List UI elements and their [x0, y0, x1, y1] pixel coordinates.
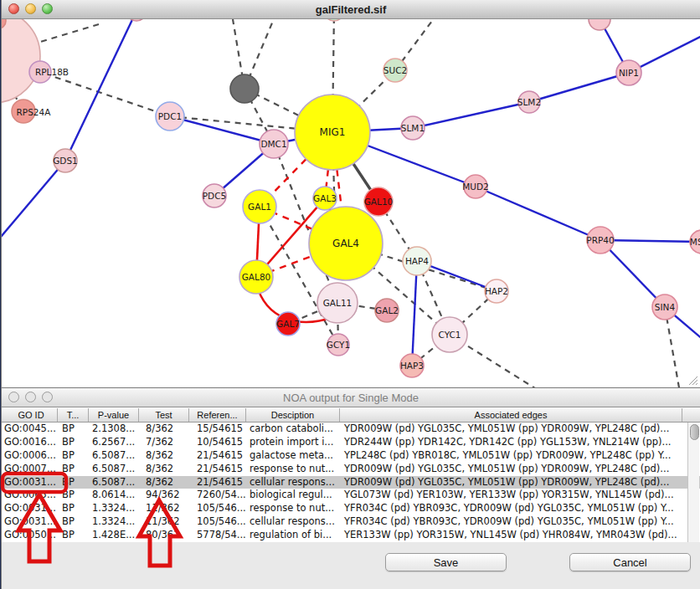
node-label-GAL11: GAL11: [323, 298, 353, 308]
node-label-HAP4: HAP4: [405, 256, 429, 266]
cell: GO:0006...: [2, 449, 58, 463]
node-label-SLM2: SLM2: [517, 97, 541, 107]
cell: 105/546...: [189, 515, 246, 529]
cell: 7/362: [139, 436, 189, 449]
column-header-goid[interactable]: GO ID: [2, 408, 58, 422]
graph-window: galFiltered.sif RPL18BRPS24AGDS1PDC1DMC1…: [2, 0, 700, 387]
node-cut3[interactable]: [589, 19, 610, 30]
cell: 11/362: [139, 515, 189, 529]
cell: BP: [58, 436, 89, 449]
table-row[interactable]: GO:0031...BP1.3324...11/362105/546...res…: [2, 502, 700, 515]
table-row[interactable]: GO:0007...BP6.5087...8/36221/54615respon…: [2, 463, 700, 476]
noa-output-window: NOA output for Single Mode GO IDT...P-va…: [2, 388, 700, 589]
cell: 21/54615: [189, 476, 246, 489]
cell: BP: [58, 463, 89, 476]
node-label-HAP2: HAP2: [485, 286, 508, 296]
cell: 21/54615: [189, 449, 246, 463]
network-canvas-svg: RPL18BRPS24AGDS1PDC1DMC1MIG1SUC2SLM1SLM2…: [2, 19, 700, 387]
cell: carbon cataboli...: [246, 423, 340, 436]
rows-container: GO:0045...BP2.1308...8/36215/54615carbon…: [2, 423, 700, 542]
cell: 94/362: [139, 489, 189, 502]
node-label-GDS1: GDS1: [53, 156, 78, 166]
close-button[interactable]: [8, 392, 19, 402]
table-row[interactable]: GO:0006...BP6.5087...8/36221/54615galact…: [2, 449, 700, 463]
node-label-MIG1: MIG1: [320, 126, 346, 138]
node-cut2[interactable]: [324, 19, 344, 21]
minimize-button[interactable]: [25, 3, 36, 14]
cell: cellular respons...: [246, 476, 340, 489]
cell: response to nut...: [246, 502, 340, 515]
close-button[interactable]: [8, 3, 19, 14]
column-header-pvalue[interactable]: P-value: [89, 408, 139, 422]
node-bignode[interactable]: [2, 19, 40, 103]
cell: BP: [58, 529, 89, 542]
cell: YDR244W (pp) YDR142C, YDR142C (pp) YGL15…: [340, 436, 682, 449]
save-button[interactable]: Save: [385, 553, 507, 571]
node-label-GAL3: GAL3: [313, 193, 337, 203]
cell: biological regul...: [246, 489, 340, 502]
cell: BP: [58, 476, 89, 489]
node-label-RPS24A: RPS24A: [17, 107, 52, 117]
cell: 105/546...: [189, 502, 246, 515]
vertical-scrollbar[interactable]: [687, 423, 699, 542]
column-header-t[interactable]: T...: [58, 408, 89, 422]
column-header-referen[interactable]: Referen...: [189, 408, 246, 422]
cell: 10/54615: [189, 436, 246, 449]
cell: BP: [58, 423, 89, 436]
node-label-PRP40: PRP40: [586, 235, 614, 245]
zoom-button[interactable]: [42, 3, 53, 14]
column-header-desciption[interactable]: Desciption: [246, 408, 340, 422]
cell: 6.5087...: [89, 463, 139, 476]
node-label-PDC5: PDC5: [203, 191, 226, 201]
edge: [2, 161, 65, 242]
node-darknode[interactable]: [230, 74, 259, 103]
cancel-button[interactable]: Cancel: [569, 553, 691, 571]
node-label-GAL10: GAL10: [364, 197, 394, 207]
edge: [65, 19, 136, 161]
table-row[interactable]: GO:0050...BP1.428E...80/3625778/54...reg…: [2, 529, 700, 542]
network-canvas[interactable]: RPL18BRPS24AGDS1PDC1DMC1MIG1SUC2SLM1SLM2…: [2, 19, 700, 387]
node-label-SUC2: SUC2: [383, 65, 407, 75]
node-label-DMC1: DMC1: [260, 139, 286, 149]
node-label-SIN4: SIN4: [655, 302, 676, 312]
node-label-GCY1: GCY1: [327, 340, 350, 350]
table-row[interactable]: GO:0045...BP2.1308...8/36215/54615carbon…: [2, 423, 700, 436]
node-label-RPL18B: RPL18B: [35, 67, 69, 77]
node-label-CYC1: CYC1: [439, 330, 461, 340]
table-row[interactable]: GO:0031...BP6.5087...8/36221/54615cellul…: [2, 476, 700, 489]
table-row[interactable]: GO:0065...BP8.0614...94/3627260/54...bio…: [2, 489, 700, 502]
column-header-test[interactable]: Test: [139, 408, 189, 422]
cell: 8/362: [139, 463, 189, 476]
node-label-GAL1: GAL1: [248, 202, 271, 212]
results-table: GO IDT...P-valueTestReferen...Desciption…: [2, 407, 700, 542]
cell: GO:0007...: [2, 463, 58, 476]
graph-window-titlebar[interactable]: galFiltered.sif: [2, 0, 700, 19]
cell: cellular respons...: [246, 515, 340, 529]
node-label-GAL7: GAL7: [276, 319, 300, 329]
node-cut1[interactable]: [126, 19, 147, 21]
cell: GO:0016...: [2, 436, 58, 449]
cell: 7260/54...: [189, 489, 246, 502]
cell: YFR034C (pd) YBR093C, YDR009W (pd) YGL03…: [340, 502, 682, 515]
minimize-button[interactable]: [25, 392, 36, 402]
scrollbar-thumb[interactable]: [690, 424, 699, 440]
table-row[interactable]: GO:0031...BP1.3324...11/362105/546...cel…: [2, 515, 700, 529]
table-header-row: GO IDT...P-valueTestReferen...Desciption…: [2, 407, 700, 423]
cell: 8/362: [139, 476, 189, 489]
cell: 2.1308...: [89, 423, 139, 436]
node-label-GAL2: GAL2: [375, 305, 399, 315]
noa-window-titlebar[interactable]: NOA output for Single Mode: [2, 388, 700, 407]
table-row[interactable]: GO:0016...BP6.2567...7/36210/54615protei…: [2, 436, 700, 449]
cell: 1.3324...: [89, 502, 139, 515]
cell: 6.2567...: [89, 436, 139, 449]
node-label-NIP1: NIP1: [619, 68, 639, 78]
desktop: galFiltered.sif RPL18BRPS24AGDS1PDC1DMC1…: [0, 0, 700, 589]
edge: [529, 73, 629, 102]
zoom-button[interactable]: [42, 392, 53, 402]
cell: 6.5087...: [89, 476, 139, 489]
node-label-MSL1: MSL1: [690, 237, 700, 247]
node-label-PDC1: PDC1: [158, 111, 182, 121]
resize-grip[interactable]: [688, 376, 698, 386]
cell: GO:0050...: [2, 529, 58, 542]
column-header-associatededges[interactable]: Associated edges: [340, 408, 682, 422]
